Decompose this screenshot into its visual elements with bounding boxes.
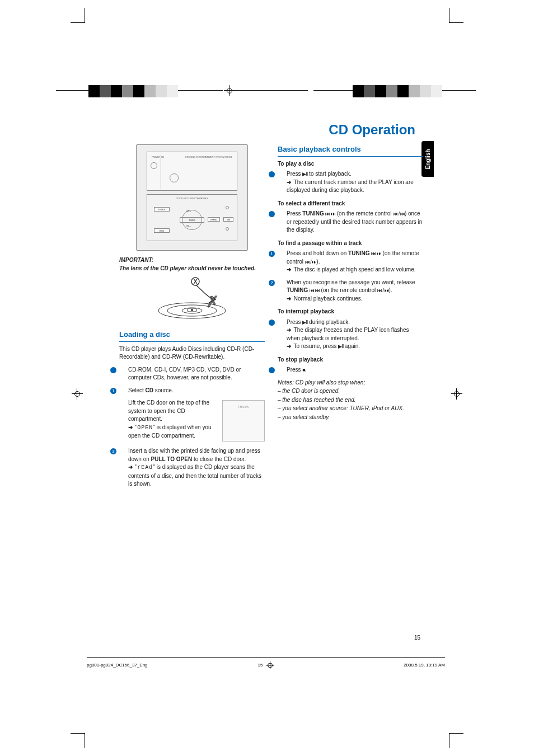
bullet-icon xyxy=(269,320,275,326)
open-compartment-image xyxy=(222,400,265,442)
prev-next-icon: ⏮ ⏭ xyxy=(371,251,381,256)
result-arrow-icon: ➜ xyxy=(287,295,291,303)
step-text: (on the remote control xyxy=(320,287,377,293)
language-label: English xyxy=(425,149,431,169)
stop-heading: To stop playback xyxy=(278,356,423,364)
result-text: The disc is played at high speed and low… xyxy=(294,266,416,273)
crop-mark xyxy=(71,22,85,23)
result-text: Normal playback continues. xyxy=(294,295,363,302)
left-column: POWER ON DOCKING ENTERTAINMENT SYSTEM DC… xyxy=(119,144,265,493)
result-text: The display freezes and the PLAY icon fl… xyxy=(287,327,409,341)
step-text: (on the remote control xyxy=(335,210,393,217)
basic-playback-heading: Basic playback controls xyxy=(278,144,423,157)
loading-bullet-item: CD-ROM, CD-I, CDV, MP3 CD, VCD, DVD or c… xyxy=(128,366,265,382)
registration-row xyxy=(0,79,534,102)
select-track-step: Press TUNING ⏮ ⏭ (on the remote control … xyxy=(287,210,423,234)
display-text: rEAd xyxy=(137,464,153,471)
crosshair-icon xyxy=(72,388,83,400)
result-text: The current track number and the PLAY ic… xyxy=(287,179,414,194)
step-text: Press xyxy=(287,319,302,325)
device-compat-label: CD/CD-R/CD-RW COMPATIBLE xyxy=(147,197,237,200)
crop-mark xyxy=(85,8,85,22)
device-illustration: POWER ON DOCKING ENTERTAINMENT SYSTEM DC… xyxy=(136,144,248,251)
page: English CD Operation POWER ON DOCKING EN… xyxy=(0,0,534,756)
step-text: . xyxy=(305,367,307,373)
result-arrow-icon: ➜ xyxy=(128,463,133,472)
page-number: 15 xyxy=(414,635,420,641)
step-bold: PULL TO OPEN xyxy=(151,456,193,462)
play-disc-heading: To play a disc xyxy=(278,160,423,168)
find-passage-step-2: 2 When you recognise the passage you wan… xyxy=(287,279,423,303)
play-pause-icon: ▶Ⅱ xyxy=(338,344,343,349)
result-arrow-icon: ➜ xyxy=(287,326,291,335)
bullet-icon xyxy=(269,367,275,373)
reg-bars-left xyxy=(88,85,178,97)
step-text: Press xyxy=(287,171,302,177)
reg-line xyxy=(56,90,90,91)
interrupt-heading: To interrupt playback xyxy=(278,308,423,316)
crop-mark xyxy=(71,733,85,734)
select-track-heading: To select a different track xyxy=(278,200,423,208)
language-tab: English xyxy=(421,141,434,177)
step-text: Press xyxy=(287,367,302,373)
bullet-icon xyxy=(110,367,116,373)
loading-heading: Loading a disc xyxy=(119,330,265,342)
step-number-2: 2 xyxy=(269,280,275,286)
device-header-label: DOCKING ENTERTAINMENT SYSTEM DC156 xyxy=(185,156,232,159)
step-text: to start playback. xyxy=(307,171,351,177)
reg-line xyxy=(313,90,353,91)
device-vol-down: VOL - xyxy=(186,225,191,227)
find-passage-step-1: 1 Press and hold down on TUNING ⏮ ⏭ (on … xyxy=(287,250,423,274)
notes-block: Notes: CD play will also stop when; – th… xyxy=(278,379,423,422)
reg-bars-right xyxy=(353,85,442,97)
play-disc-step: Press ▶Ⅱ to start playback. ➜ The curren… xyxy=(287,170,423,195)
loading-intro: This CD player plays Audio Discs includi… xyxy=(119,345,265,361)
svg-point-4 xyxy=(191,309,193,311)
prev-next-icon: ⏮ ⏭ xyxy=(325,211,335,217)
step-bold: TUNING xyxy=(348,250,371,256)
step-text: source. xyxy=(153,387,174,393)
crop-mark xyxy=(449,22,463,23)
note-item: – you select another source: TUNER, iPod… xyxy=(278,405,423,413)
note-item: – the CD door is opened. xyxy=(278,387,423,396)
crop-mark xyxy=(449,8,449,22)
lens-illustration: X ✗ xyxy=(153,276,231,321)
step-bold: TUNING xyxy=(287,287,310,293)
device-source-btn: SOURCE xyxy=(154,207,170,212)
prev-next-icon: ⏮ / ⏭ xyxy=(305,259,317,265)
device-vol-up: VOL + xyxy=(186,210,191,213)
reg-line xyxy=(178,90,223,91)
bullet-icon xyxy=(269,171,275,177)
crosshair-icon xyxy=(224,85,235,96)
loading-step-3: 3 Insert a disc with the printed side fa… xyxy=(128,447,265,489)
result-arrow-icon: ➜ xyxy=(287,342,291,351)
step-text: When you recognise the passage you want,… xyxy=(287,279,415,285)
result-arrow-icon: ➜ xyxy=(287,266,291,274)
crop-mark xyxy=(85,734,85,748)
footer-rule xyxy=(87,657,445,658)
device-tuning-btn: TUNING xyxy=(180,217,204,223)
step-text: to close the CD door. xyxy=(192,456,246,462)
crop-mark xyxy=(449,734,449,748)
bullet-icon xyxy=(269,211,275,217)
step-text: Press xyxy=(287,210,302,217)
notes-heading: Notes: CD play will also stop when; xyxy=(278,379,423,387)
device-dock-btn: DOCK xyxy=(154,228,170,233)
step-text: ). xyxy=(316,259,320,265)
result-text: again. xyxy=(343,343,360,349)
svg-text:X: X xyxy=(194,279,198,285)
interrupt-step: Press ▶Ⅱ during playback. ➜ The display … xyxy=(287,318,423,351)
note-item: – the disc has reached the end. xyxy=(278,396,423,405)
important-label: IMPORTANT: xyxy=(119,256,265,265)
loading-bullet-text: CD-ROM, CD-I, CDV, MP3 CD, VCD, DVD or c… xyxy=(128,367,241,381)
note-item: – you select standby. xyxy=(278,414,423,422)
step-bold: TUNING xyxy=(302,210,325,217)
svg-text:✗: ✗ xyxy=(206,293,219,311)
crosshair-icon xyxy=(451,388,462,400)
stop-step: Press ■. xyxy=(287,366,423,374)
crop-mark xyxy=(449,733,463,734)
step-text: Press and hold down on xyxy=(287,250,348,256)
footer-timestamp: 2008.5.19, 10:19 AM xyxy=(404,663,445,668)
step-text: during playback. xyxy=(307,319,350,325)
play-pause-icon: ▶Ⅱ xyxy=(302,320,307,325)
